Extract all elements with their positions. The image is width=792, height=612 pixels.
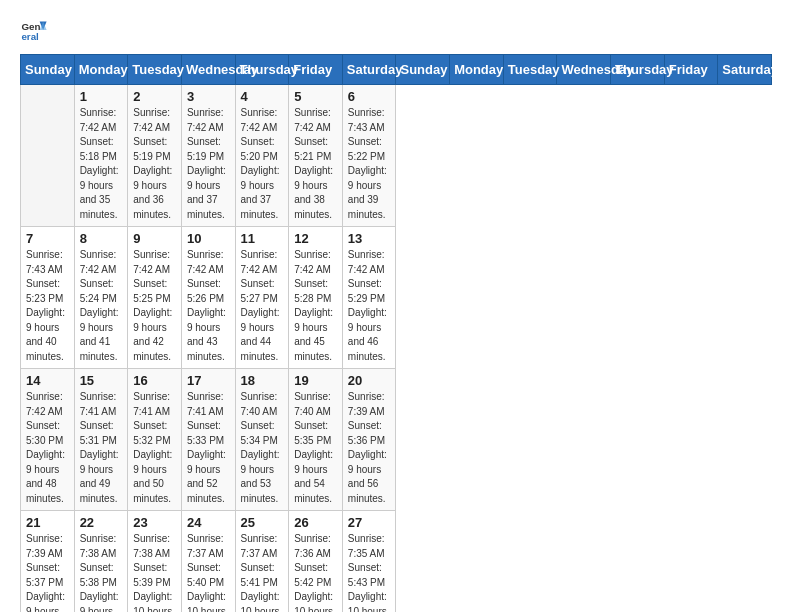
calendar-cell: 10Sunrise: 7:42 AM Sunset: 5:26 PM Dayli…: [181, 227, 235, 369]
day-info: Sunrise: 7:42 AM Sunset: 5:19 PM Dayligh…: [133, 106, 176, 222]
header-wednesday: Wednesday: [181, 55, 235, 85]
calendar-cell: 8Sunrise: 7:42 AM Sunset: 5:24 PM Daylig…: [74, 227, 128, 369]
day-info: Sunrise: 7:40 AM Sunset: 5:34 PM Dayligh…: [241, 390, 284, 506]
calendar-cell: 9Sunrise: 7:42 AM Sunset: 5:25 PM Daylig…: [128, 227, 182, 369]
day-info: Sunrise: 7:35 AM Sunset: 5:43 PM Dayligh…: [348, 532, 391, 612]
calendar-cell: 26Sunrise: 7:36 AM Sunset: 5:42 PM Dayli…: [289, 511, 343, 613]
day-info: Sunrise: 7:42 AM Sunset: 5:21 PM Dayligh…: [294, 106, 337, 222]
day-number: 8: [80, 231, 123, 246]
day-info: Sunrise: 7:42 AM Sunset: 5:19 PM Dayligh…: [187, 106, 230, 222]
day-info: Sunrise: 7:42 AM Sunset: 5:26 PM Dayligh…: [187, 248, 230, 364]
day-info: Sunrise: 7:36 AM Sunset: 5:42 PM Dayligh…: [294, 532, 337, 612]
day-number: 4: [241, 89, 284, 104]
calendar-header-row: SundayMondayTuesdayWednesdayThursdayFrid…: [21, 55, 772, 85]
calendar-week-row: 7Sunrise: 7:43 AM Sunset: 5:23 PM Daylig…: [21, 227, 772, 369]
day-info: Sunrise: 7:42 AM Sunset: 5:24 PM Dayligh…: [80, 248, 123, 364]
logo-icon: Gen eral: [20, 16, 48, 44]
day-number: 15: [80, 373, 123, 388]
calendar-cell: 16Sunrise: 7:41 AM Sunset: 5:32 PM Dayli…: [128, 369, 182, 511]
calendar-cell: 25Sunrise: 7:37 AM Sunset: 5:41 PM Dayli…: [235, 511, 289, 613]
calendar-cell: 6Sunrise: 7:43 AM Sunset: 5:22 PM Daylig…: [342, 85, 396, 227]
day-number: 18: [241, 373, 284, 388]
column-header-thursday: Thursday: [611, 55, 665, 85]
day-info: Sunrise: 7:43 AM Sunset: 5:22 PM Dayligh…: [348, 106, 391, 222]
calendar-week-row: 21Sunrise: 7:39 AM Sunset: 5:37 PM Dayli…: [21, 511, 772, 613]
day-info: Sunrise: 7:37 AM Sunset: 5:40 PM Dayligh…: [187, 532, 230, 612]
column-header-saturday: Saturday: [718, 55, 772, 85]
header-thursday: Thursday: [235, 55, 289, 85]
day-number: 5: [294, 89, 337, 104]
calendar-cell: 4Sunrise: 7:42 AM Sunset: 5:20 PM Daylig…: [235, 85, 289, 227]
day-number: 11: [241, 231, 284, 246]
day-info: Sunrise: 7:42 AM Sunset: 5:20 PM Dayligh…: [241, 106, 284, 222]
calendar-cell: 23Sunrise: 7:38 AM Sunset: 5:39 PM Dayli…: [128, 511, 182, 613]
day-info: Sunrise: 7:42 AM Sunset: 5:27 PM Dayligh…: [241, 248, 284, 364]
day-info: Sunrise: 7:42 AM Sunset: 5:30 PM Dayligh…: [26, 390, 69, 506]
column-header-monday: Monday: [450, 55, 504, 85]
day-number: 10: [187, 231, 230, 246]
day-number: 12: [294, 231, 337, 246]
calendar-cell: 20Sunrise: 7:39 AM Sunset: 5:36 PM Dayli…: [342, 369, 396, 511]
calendar-cell: 21Sunrise: 7:39 AM Sunset: 5:37 PM Dayli…: [21, 511, 75, 613]
day-info: Sunrise: 7:41 AM Sunset: 5:33 PM Dayligh…: [187, 390, 230, 506]
calendar-cell: 2Sunrise: 7:42 AM Sunset: 5:19 PM Daylig…: [128, 85, 182, 227]
day-info: Sunrise: 7:38 AM Sunset: 5:38 PM Dayligh…: [80, 532, 123, 612]
day-info: Sunrise: 7:42 AM Sunset: 5:29 PM Dayligh…: [348, 248, 391, 364]
day-number: 21: [26, 515, 69, 530]
column-header-friday: Friday: [664, 55, 718, 85]
header-sunday: Sunday: [21, 55, 75, 85]
day-number: 20: [348, 373, 391, 388]
logo: Gen eral: [20, 16, 52, 44]
calendar-cell: 19Sunrise: 7:40 AM Sunset: 5:35 PM Dayli…: [289, 369, 343, 511]
day-number: 3: [187, 89, 230, 104]
day-number: 24: [187, 515, 230, 530]
calendar-cell: 27Sunrise: 7:35 AM Sunset: 5:43 PM Dayli…: [342, 511, 396, 613]
calendar-cell: 3Sunrise: 7:42 AM Sunset: 5:19 PM Daylig…: [181, 85, 235, 227]
header-saturday: Saturday: [342, 55, 396, 85]
calendar-cell: 5Sunrise: 7:42 AM Sunset: 5:21 PM Daylig…: [289, 85, 343, 227]
day-number: 13: [348, 231, 391, 246]
day-info: Sunrise: 7:42 AM Sunset: 5:25 PM Dayligh…: [133, 248, 176, 364]
day-number: 2: [133, 89, 176, 104]
day-number: 9: [133, 231, 176, 246]
day-info: Sunrise: 7:38 AM Sunset: 5:39 PM Dayligh…: [133, 532, 176, 612]
header-friday: Friday: [289, 55, 343, 85]
day-number: 27: [348, 515, 391, 530]
calendar-cell: 15Sunrise: 7:41 AM Sunset: 5:31 PM Dayli…: [74, 369, 128, 511]
day-info: Sunrise: 7:42 AM Sunset: 5:18 PM Dayligh…: [80, 106, 123, 222]
header-monday: Monday: [74, 55, 128, 85]
calendar-cell: 7Sunrise: 7:43 AM Sunset: 5:23 PM Daylig…: [21, 227, 75, 369]
calendar-week-row: 1Sunrise: 7:42 AM Sunset: 5:18 PM Daylig…: [21, 85, 772, 227]
day-number: 6: [348, 89, 391, 104]
day-number: 1: [80, 89, 123, 104]
day-info: Sunrise: 7:43 AM Sunset: 5:23 PM Dayligh…: [26, 248, 69, 364]
day-number: 16: [133, 373, 176, 388]
calendar-table: SundayMondayTuesdayWednesdayThursdayFrid…: [20, 54, 772, 612]
calendar-cell: 1Sunrise: 7:42 AM Sunset: 5:18 PM Daylig…: [74, 85, 128, 227]
calendar-cell: 24Sunrise: 7:37 AM Sunset: 5:40 PM Dayli…: [181, 511, 235, 613]
calendar-cell: 12Sunrise: 7:42 AM Sunset: 5:28 PM Dayli…: [289, 227, 343, 369]
calendar-cell: 18Sunrise: 7:40 AM Sunset: 5:34 PM Dayli…: [235, 369, 289, 511]
day-info: Sunrise: 7:39 AM Sunset: 5:37 PM Dayligh…: [26, 532, 69, 612]
day-info: Sunrise: 7:37 AM Sunset: 5:41 PM Dayligh…: [241, 532, 284, 612]
svg-text:eral: eral: [21, 31, 39, 42]
day-info: Sunrise: 7:42 AM Sunset: 5:28 PM Dayligh…: [294, 248, 337, 364]
day-info: Sunrise: 7:41 AM Sunset: 5:32 PM Dayligh…: [133, 390, 176, 506]
calendar-cell: 14Sunrise: 7:42 AM Sunset: 5:30 PM Dayli…: [21, 369, 75, 511]
day-number: 17: [187, 373, 230, 388]
calendar-cell: 11Sunrise: 7:42 AM Sunset: 5:27 PM Dayli…: [235, 227, 289, 369]
calendar-cell: 13Sunrise: 7:42 AM Sunset: 5:29 PM Dayli…: [342, 227, 396, 369]
calendar-cell: [21, 85, 75, 227]
header-tuesday: Tuesday: [128, 55, 182, 85]
day-number: 19: [294, 373, 337, 388]
column-header-tuesday: Tuesday: [503, 55, 557, 85]
day-info: Sunrise: 7:39 AM Sunset: 5:36 PM Dayligh…: [348, 390, 391, 506]
column-header-wednesday: Wednesday: [557, 55, 611, 85]
calendar-cell: 22Sunrise: 7:38 AM Sunset: 5:38 PM Dayli…: [74, 511, 128, 613]
day-number: 25: [241, 515, 284, 530]
column-header-sunday: Sunday: [396, 55, 450, 85]
day-info: Sunrise: 7:41 AM Sunset: 5:31 PM Dayligh…: [80, 390, 123, 506]
day-number: 14: [26, 373, 69, 388]
page-header: Gen eral: [20, 16, 772, 44]
calendar-week-row: 14Sunrise: 7:42 AM Sunset: 5:30 PM Dayli…: [21, 369, 772, 511]
